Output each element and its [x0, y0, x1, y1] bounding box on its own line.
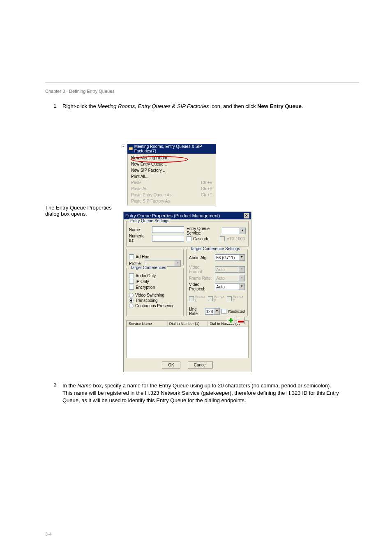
- annex-n-checkbox: [189, 296, 194, 301]
- menu-item-new-entry-queue[interactable]: New Entry Queue...: [128, 161, 216, 167]
- video-protocol-label: Video Protocol:: [189, 282, 213, 291]
- menu-item-paste-sip-as: Paste SIP Factory As: [128, 198, 216, 204]
- entry-queue-dialog: Entry Queue Properties (Product Manageme…: [123, 212, 251, 372]
- ip-only-checkbox[interactable]: [129, 279, 134, 284]
- chevron-down-icon: ▼: [239, 267, 244, 272]
- service-table[interactable]: Service Name Dial-in Number (1) Dial-in …: [126, 320, 249, 358]
- chevron-down-icon: ▼: [239, 284, 244, 290]
- adhoc-label: Ad Hoc: [136, 255, 149, 259]
- restricted-label: Restricted: [228, 309, 245, 313]
- eq-service-label: Entry Queue Service:: [187, 226, 220, 235]
- context-menu: New Meeting Room... New Entry Queue... N…: [127, 154, 216, 205]
- ip-only-label: IP Only: [136, 279, 149, 284]
- chevron-down-icon: ▼: [239, 275, 244, 281]
- line-rate-label: Line Rate:: [189, 307, 203, 316]
- chevron-down-icon: ▼: [175, 260, 180, 266]
- group-target-conferences: Target Conferences: [129, 265, 167, 270]
- annex-n-label: Annex N: [195, 295, 207, 303]
- frame-rate-label: Frame Rate:: [189, 276, 213, 281]
- step-2-text: In the Name box, specify a name for the …: [62, 382, 341, 405]
- audio-only-label: Audio Only: [136, 274, 156, 278]
- line-rate-select[interactable]: 128▼: [205, 308, 220, 315]
- adhoc-checkbox[interactable]: [129, 254, 134, 259]
- menu-item-new-meeting-room[interactable]: New Meeting Room...: [128, 155, 216, 161]
- numeric-id-input[interactable]: [152, 235, 184, 242]
- video-protocol-select[interactable]: Auto▼: [215, 283, 245, 290]
- annex-f-label: Annex F: [233, 295, 245, 303]
- menu-item-paste-as: Paste AsCtrl+P: [128, 186, 216, 192]
- chevron-down-icon: ▼: [239, 255, 244, 260]
- menu-item-paste: PasteCtrl+V: [128, 180, 216, 186]
- chevron-down-icon: ▼: [214, 309, 219, 314]
- video-format-label: Video Format:: [189, 265, 213, 274]
- group-target-conf-settings: Target Conference Settings: [189, 246, 241, 251]
- video-switching-radio[interactable]: [129, 293, 134, 297]
- profile-label: Profile:: [129, 261, 143, 266]
- remove-button[interactable]: ▬: [237, 317, 245, 324]
- encryption-checkbox[interactable]: [129, 285, 134, 290]
- name-label: Name:: [129, 228, 150, 232]
- minus-icon: ▬: [238, 317, 244, 324]
- ok-button[interactable]: OK: [162, 362, 180, 368]
- continuous-presence-radio[interactable]: [129, 304, 134, 308]
- tree-node-title: Meeting Rooms, Entry Queues & SIP Factor…: [127, 144, 216, 154]
- context-menu-figure: − Meeting Rooms, Entry Queues & SIP Fact…: [127, 144, 216, 205]
- restricted-checkbox[interactable]: [221, 309, 226, 314]
- transcoding-radio[interactable]: [129, 298, 134, 303]
- numeric-id-label: Numeric ID:: [129, 234, 150, 243]
- continuous-presence-label: Continuous Presence: [135, 304, 175, 308]
- frame-rate-select: Auto▼: [215, 275, 245, 281]
- dialog-title: Entry Queue Properties (Product Manageme…: [125, 213, 220, 218]
- col-service-name[interactable]: Service Name: [127, 321, 167, 327]
- menu-item-new-sip-factory[interactable]: New SIP Factory...: [128, 167, 216, 173]
- tree-collapse-icon: −: [122, 145, 125, 148]
- eq-service-select[interactable]: ▼: [222, 228, 246, 234]
- video-format-select: Auto▼: [215, 266, 245, 273]
- plus-icon: ✚: [228, 317, 233, 324]
- audio-only-checkbox[interactable]: [129, 273, 134, 278]
- step-1-text: Right-click the Meeting Rooms, Entry Que…: [62, 103, 341, 110]
- step-number-1: 1: [53, 103, 56, 109]
- name-input[interactable]: [152, 226, 184, 233]
- menu-item-paste-eq-as: Paste Entry Queue AsCtrl+E: [128, 192, 216, 198]
- annex-f-checkbox: [227, 296, 232, 301]
- group-entry-queue-settings: Entry Queue Settings: [129, 219, 171, 223]
- menu-item-print-all[interactable]: Print All...: [128, 173, 216, 180]
- transcoding-label: Transcoding: [135, 298, 158, 303]
- video-switching-label: Video Switching: [135, 293, 164, 297]
- step-2-intro: The Entry Queue Properties dialog box op…: [45, 205, 119, 217]
- cancel-button[interactable]: Cancel: [188, 362, 213, 368]
- step-number-2: 2: [53, 382, 56, 388]
- add-button[interactable]: ✚: [227, 317, 235, 324]
- vtx1000-checkbox: [220, 236, 225, 241]
- close-icon[interactable]: ✕: [244, 213, 249, 219]
- cascade-checkbox[interactable]: [187, 236, 191, 241]
- vtx1000-label: VTX 1000: [226, 237, 244, 241]
- annex-p-label: Annex P: [214, 295, 226, 303]
- chevron-down-icon: ▼: [240, 228, 245, 234]
- chapter-title: Chapter 3 - Defining Entry Queues: [45, 89, 359, 94]
- folder-icon: [129, 146, 133, 151]
- audio-alg-select[interactable]: 56 (G711)▼: [215, 254, 245, 261]
- page-number: 3-4: [45, 532, 52, 537]
- audio-alg-label: Audio Alg:: [189, 256, 213, 260]
- cascade-label: Cascade: [193, 237, 209, 241]
- annex-p-checkbox: [208, 296, 213, 301]
- encryption-label: Encryption: [136, 285, 155, 290]
- svg-rect-0: [129, 147, 133, 150]
